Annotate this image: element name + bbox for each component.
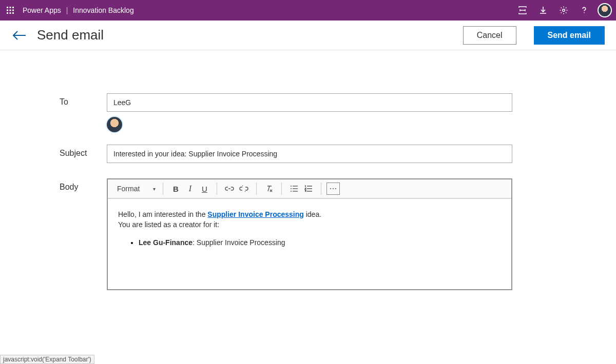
svg-rect-3 — [7, 10, 8, 11]
toolbar-separator — [163, 183, 163, 195]
back-button[interactable] — [11, 27, 28, 44]
svg-point-16 — [335, 188, 336, 189]
unlink-icon[interactable] — [237, 181, 251, 196]
svg-rect-8 — [12, 12, 14, 14]
body-row: Body Format ▾ B I U — [60, 178, 616, 290]
creator-name: Lee Gu-Finance — [139, 238, 192, 247]
svg-rect-0 — [7, 7, 8, 8]
toolbar-separator — [321, 183, 321, 195]
to-row: To — [60, 93, 616, 145]
svg-point-9 — [563, 9, 565, 12]
send-email-button[interactable]: Send email — [534, 26, 605, 45]
svg-point-14 — [330, 188, 331, 189]
svg-rect-5 — [12, 10, 14, 11]
creator-list: Lee Gu-Finance: Supplier Invoice Process… — [118, 237, 501, 248]
bold-button[interactable]: B — [168, 181, 183, 196]
body-line-2: You are listed as a creator for it: — [118, 219, 501, 230]
expand-toolbar-icon[interactable] — [326, 183, 340, 195]
subject-input[interactable] — [107, 145, 512, 163]
email-form: To Subject Body Format ▾ B I — [0, 50, 616, 290]
to-label: To — [60, 93, 107, 107]
product-name[interactable]: Power Apps — [23, 6, 61, 14]
creator-detail: : Supplier Invoice Processing — [192, 238, 285, 247]
toolbar-separator — [256, 183, 257, 195]
svg-rect-2 — [12, 7, 14, 8]
svg-point-10 — [584, 12, 585, 13]
app-launcher-icon[interactable] — [0, 0, 21, 21]
body-text: idea. — [304, 210, 321, 218]
app-name[interactable]: Innovation Backlog — [73, 6, 133, 14]
svg-rect-4 — [10, 10, 11, 11]
svg-rect-6 — [7, 12, 8, 14]
recipient-avatar[interactable] — [107, 117, 122, 132]
download-icon[interactable] — [533, 0, 553, 21]
breadcrumb: Power Apps | Innovation Backlog — [23, 6, 134, 14]
editor-body[interactable]: Hello, I am interested in the Supplier I… — [108, 199, 511, 289]
svg-point-11 — [291, 186, 292, 187]
editor-toolbar: Format ▾ B I U — [108, 179, 511, 199]
page-header: Send email Cancel Send email — [0, 21, 616, 50]
help-icon[interactable] — [574, 0, 594, 21]
page-title: Send email — [37, 27, 104, 43]
svg-rect-1 — [10, 7, 11, 8]
italic-button[interactable]: I — [183, 181, 197, 196]
subject-label: Subject — [60, 145, 107, 158]
rich-text-editor: Format ▾ B I U — [107, 178, 512, 290]
svg-point-15 — [333, 188, 334, 189]
body-line-1: Hello, I am interested in the Supplier I… — [118, 209, 501, 219]
toolbar-separator — [281, 183, 282, 195]
status-bar: javascript:void('Expand Toolbar') — [0, 355, 94, 364]
svg-point-13 — [291, 191, 292, 192]
svg-point-12 — [291, 188, 292, 189]
numbered-list-icon[interactable] — [301, 181, 316, 196]
fit-icon[interactable] — [512, 0, 533, 21]
toolbar-separator — [217, 183, 217, 195]
bullet-list-icon[interactable] — [287, 181, 301, 196]
clear-formatting-icon[interactable] — [262, 181, 276, 196]
format-label: Format — [117, 185, 140, 193]
format-dropdown[interactable]: Format ▾ — [112, 185, 161, 193]
user-avatar[interactable] — [598, 3, 612, 17]
breadcrumb-separator: | — [65, 6, 69, 14]
list-item: Lee Gu-Finance: Supplier Invoice Process… — [139, 237, 501, 248]
chevron-down-icon: ▾ — [153, 186, 156, 192]
idea-link[interactable]: Supplier Invoice Processing — [207, 210, 304, 218]
to-input[interactable] — [107, 93, 512, 112]
body-text: Hello, I am interested in the — [118, 210, 207, 218]
recipient-chips — [107, 117, 512, 132]
cancel-button[interactable]: Cancel — [463, 26, 516, 45]
link-icon[interactable] — [222, 181, 237, 196]
global-header: Power Apps | Innovation Backlog — [0, 0, 616, 21]
body-label: Body — [60, 178, 107, 192]
underline-button[interactable]: U — [197, 181, 211, 196]
settings-gear-icon[interactable] — [553, 0, 574, 21]
svg-rect-7 — [10, 12, 11, 14]
subject-row: Subject — [60, 145, 616, 163]
